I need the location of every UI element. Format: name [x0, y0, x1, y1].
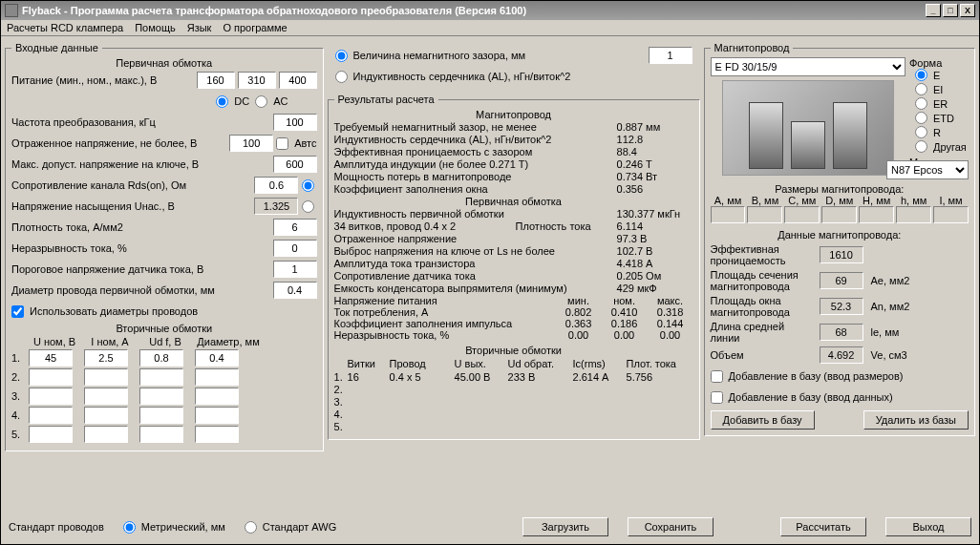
metric-radio[interactable]	[123, 521, 136, 534]
dims-label: Размеры магнитопровода:	[711, 183, 969, 195]
thresh-label: Пороговое напряжение датчика тока, В	[11, 263, 273, 275]
sec-i-1[interactable]	[84, 368, 128, 386]
dim-0	[711, 206, 746, 223]
refl-input[interactable]	[229, 135, 273, 152]
auto-check[interactable]	[276, 137, 288, 150]
menu-lang[interactable]: Язык	[187, 22, 212, 33]
results-group: Результаты расчета Магнитопровод Требуем…	[328, 94, 700, 440]
gap-input[interactable]	[649, 47, 692, 64]
sec-u-2[interactable]	[29, 388, 73, 405]
secondaries-subheader: Вторичные обмотки	[11, 323, 317, 334]
sec-col-i: I ном, А	[84, 336, 136, 347]
cont-input[interactable]	[273, 240, 317, 257]
dim-4	[859, 206, 894, 223]
coredata-3	[820, 324, 863, 341]
add-data-check[interactable]	[711, 391, 723, 404]
input-group: Входные данные Первичная обмотка Питание…	[5, 42, 324, 451]
close-button[interactable]: X	[960, 4, 975, 17]
pwd-label: Диаметр провода первичной обмотки, мм	[11, 284, 273, 296]
sec-d-4[interactable]	[195, 426, 239, 443]
core-group: Магнитопровод E FD 30/15/9 Форма EEIERET…	[704, 42, 975, 436]
rds-radio[interactable]	[302, 179, 314, 192]
calc-button[interactable]: Рассчитать	[780, 517, 866, 536]
gap-radio[interactable]	[335, 50, 348, 62]
sec-d-2[interactable]	[195, 388, 239, 405]
shape-label: Форма	[909, 57, 969, 69]
usat-input	[254, 198, 298, 215]
dim-6	[933, 206, 969, 223]
footer: Стандарт проводов Метрический, мм Станда…	[1, 514, 979, 544]
core-legend: Магнитопровод	[711, 42, 794, 53]
sec-i-3[interactable]	[84, 407, 128, 424]
use-wire-check[interactable]	[11, 305, 24, 318]
shape-R-radio[interactable]	[915, 126, 927, 138]
supply-nom-input[interactable]	[238, 72, 276, 89]
sec-d-0[interactable]	[195, 349, 239, 367]
titlebar: Flyback - Программа расчета трансформато…	[1, 1, 979, 20]
shape-E-radio[interactable]	[915, 69, 927, 81]
add-dims-check[interactable]	[711, 370, 723, 383]
core-select[interactable]: E FD 30/15/9	[711, 57, 905, 76]
sec-i-0[interactable]	[84, 349, 128, 367]
sec-d-3[interactable]	[195, 407, 239, 424]
supply-min-input[interactable]	[197, 72, 235, 89]
dc-radio[interactable]	[216, 95, 228, 108]
core-image	[722, 80, 894, 176]
app-window: Flyback - Программа расчета трансформато…	[0, 0, 980, 545]
rds-label: Сопротивление канала Rds(on), Ом	[11, 179, 254, 191]
supply-max-input[interactable]	[279, 72, 317, 89]
sec-u-1[interactable]	[29, 368, 73, 386]
dim-1	[747, 206, 782, 223]
exit-button[interactable]: Выход	[885, 517, 971, 536]
sec-i-2[interactable]	[84, 388, 128, 405]
minimize-button[interactable]: _	[926, 4, 941, 17]
freq-label: Частота преобразования, кГц	[11, 116, 273, 128]
sec-i-4[interactable]	[84, 426, 128, 443]
menu-rcd[interactable]: Расчеты RCD клампера	[7, 22, 123, 33]
sec-u-0[interactable]	[29, 349, 73, 367]
refl-label: Отраженное напряжение, не более, В	[11, 137, 229, 149]
del-from-db-button[interactable]: Удалить из базы	[863, 410, 969, 430]
ac-radio[interactable]	[255, 95, 267, 108]
sec-udf-2[interactable]	[139, 388, 183, 405]
menu-about[interactable]: О программе	[223, 22, 287, 33]
sec-u-3[interactable]	[29, 407, 73, 424]
app-icon	[5, 4, 18, 17]
shape-ETD-radio[interactable]	[915, 112, 927, 124]
add-to-db-button[interactable]: Добавить в базу	[711, 410, 815, 430]
pwd-input[interactable]	[273, 282, 317, 299]
sec-col-u: U ном, В	[29, 336, 80, 347]
results-legend: Результаты расчета	[334, 94, 438, 105]
menu-help[interactable]: Помощь	[135, 22, 176, 33]
thresh-input[interactable]	[273, 261, 317, 278]
sec-d-1[interactable]	[195, 368, 239, 386]
al-radio[interactable]	[335, 71, 348, 83]
input-legend: Входные данные	[11, 42, 102, 53]
maxkey-input[interactable]	[273, 156, 317, 173]
sec-col-d: Диаметр, мм	[195, 336, 262, 347]
sec-udf-3[interactable]	[139, 407, 183, 424]
sec-udf-1[interactable]	[139, 368, 183, 386]
material-select[interactable]: N87 Epcos	[886, 160, 969, 179]
shape-Другая-radio[interactable]	[915, 140, 927, 153]
usat-radio[interactable]	[302, 200, 314, 213]
coredata-0	[820, 246, 863, 263]
sec-col-udf: Ud f, В	[139, 336, 191, 347]
jden-label: Плотность тока, А/мм2	[11, 221, 273, 233]
jden-input[interactable]	[273, 219, 317, 236]
shape-EI-radio[interactable]	[915, 83, 927, 95]
sec-udf-4[interactable]	[139, 426, 183, 443]
sec-udf-0[interactable]	[139, 349, 183, 367]
freq-input[interactable]	[273, 114, 317, 131]
rds-input[interactable]	[254, 177, 298, 194]
awg-radio[interactable]	[245, 521, 257, 534]
primary-subheader: Первичная обмотка	[11, 57, 317, 69]
dim-3	[821, 206, 857, 223]
load-button[interactable]: Загрузить	[522, 517, 608, 536]
maximize-button[interactable]: □	[943, 4, 958, 17]
supply-header: Напряжение питания	[334, 295, 556, 306]
save-button[interactable]: Сохранить	[628, 517, 714, 536]
shape-ER-radio[interactable]	[915, 97, 927, 110]
sec-u-4[interactable]	[29, 426, 73, 443]
menubar: Расчеты RCD клампера Помощь Язык О прогр…	[1, 20, 979, 36]
